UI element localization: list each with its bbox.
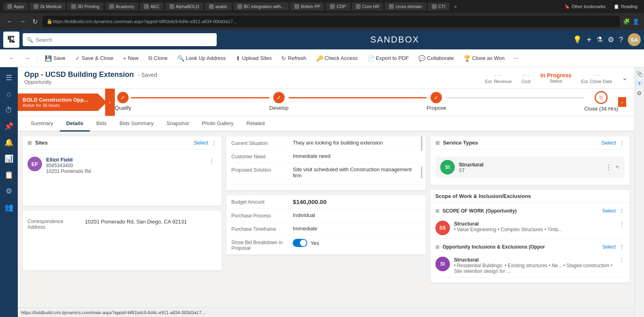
scope-section1-select[interactable]: Select (602, 208, 616, 214)
crm-logo[interactable]: 🏗 (3, 32, 19, 48)
contact-more-button[interactable]: ⋮ (207, 157, 217, 164)
check-access-button[interactable]: 🔑 Check Access (312, 53, 362, 63)
tab-bids-summary[interactable]: Bids Summary (113, 116, 160, 132)
tabs-more-button[interactable]: » (451, 2, 460, 11)
browser-tab-2k[interactable]: 2k Medical (30, 2, 65, 11)
sidebar-notifications-icon[interactable]: 🔔 (2, 135, 16, 150)
right-sidebar-icon-3[interactable]: ⚙ (637, 90, 642, 96)
browser-tab-3d[interactable]: 3D Printing (67, 2, 103, 11)
step-propose[interactable]: ✓ Propose (427, 92, 446, 111)
address-bar[interactable]: 🔒 https://boldbuild.crm.dynamics.com/mai… (42, 16, 620, 27)
refresh-button[interactable]: ↻ Refresh (277, 53, 310, 63)
show-bid-row: Show Bid Breakdown in Proposal Yes (226, 236, 425, 255)
scope-section1-more[interactable]: ⋮ (619, 208, 625, 214)
corehr-favicon (356, 4, 361, 9)
toggle-switch[interactable] (293, 239, 307, 247)
save-button[interactable]: 💾 Save (41, 53, 70, 63)
sidebar-users-icon[interactable]: 👥 (2, 200, 16, 215)
lightbulb-icon[interactable]: 💡 (573, 35, 582, 44)
upload-icon: ⬆ (236, 55, 241, 62)
forward-button[interactable]: → (18, 16, 27, 27)
record-type: Opportunity (24, 79, 485, 85)
step-qualify[interactable]: ✓ Qualify (115, 92, 131, 111)
tab-bids[interactable]: Bids (90, 116, 113, 132)
tab-details[interactable]: Details (60, 116, 90, 132)
expand-button[interactable]: ⌄ (622, 73, 628, 82)
scope-card-header: Scope of Work & Inclusion/Exclusions (431, 190, 629, 203)
sidebar-activities-icon[interactable]: 📋 (2, 168, 16, 182)
browser-tab-cdp[interactable]: CDP (326, 2, 350, 11)
step-develop[interactable]: ✓ Develop (269, 92, 289, 111)
more-commands-button[interactable]: ⋯ (510, 53, 522, 63)
bid-toggle[interactable]: Yes (293, 239, 319, 247)
profile-icon[interactable]: 👤 (632, 18, 639, 25)
sidebar-dashboards-icon[interactable]: 📊 (2, 151, 16, 166)
tab-summary[interactable]: Summary (24, 116, 60, 132)
service-item-more-button[interactable]: ⋮ (605, 164, 612, 171)
browser-tab-apps[interactable]: Apps (3, 2, 28, 11)
scope-item1-more[interactable]: ⋮ (619, 221, 625, 227)
step-close[interactable]: ⊙ Close (34 Hrs) (584, 92, 618, 112)
right-sidebar-icon-1[interactable]: 📎 (636, 70, 643, 77)
right-sidebar-icon-2[interactable]: 📧 (636, 80, 643, 87)
contact-address: 10201 Pomerado Rd (46, 168, 203, 174)
sidebar-home-icon[interactable]: ⌂ (2, 87, 16, 101)
tab-related[interactable]: Related (240, 116, 271, 132)
plus-icon[interactable]: + (587, 35, 591, 45)
help-icon[interactable]: ? (619, 36, 623, 44)
other-bookmarks[interactable]: 🔖 Other bookmarks (561, 2, 609, 11)
clone-button[interactable]: ⧉ Clone (144, 53, 172, 63)
column-1: ⊞ Sites Select ⋮ EF Elliot Field 8585343… (23, 136, 222, 283)
browser-tab-alphabold[interactable]: AlphaBOLD (165, 2, 203, 11)
record-tabs: Summary Details Bids Bids Summary Snapsh… (18, 116, 634, 132)
reading-list[interactable]: 📋 Reading (610, 2, 641, 11)
scope-name-1: Structural (454, 221, 615, 227)
lookup-icon: 🔍 (177, 55, 184, 62)
scope-section2-more[interactable]: ⋮ (619, 244, 625, 250)
tab-snapshot[interactable]: Snapshot (160, 116, 195, 132)
sidebar-menu-icon[interactable]: ☰ (2, 70, 16, 85)
alert-next-button[interactable]: › (618, 97, 626, 107)
browser-tab-academy[interactable]: Academy (105, 2, 138, 11)
refresh-browser-button[interactable]: ↻ (31, 16, 39, 27)
search-input[interactable] (36, 37, 213, 43)
service-types-more-button[interactable]: ⋮ (619, 140, 625, 146)
back-button[interactable]: ← (5, 16, 15, 27)
save-close-button[interactable]: ✓ Save & Close (71, 53, 118, 63)
close-as-won-button[interactable]: 🏆 Close as Won (460, 53, 509, 63)
export-pdf-button[interactable]: 📄 Export to PDF (363, 53, 413, 63)
browser-tab-arabic[interactable]: arabic (205, 2, 232, 11)
filter-icon[interactable]: ⚗ (596, 35, 603, 44)
sidebar-recent-icon[interactable]: ⏱ (2, 103, 16, 117)
browser-tab-bc[interactable]: BC integration with... (233, 2, 289, 11)
scope-section2-select[interactable]: Select (602, 244, 616, 250)
tab-label-corehr: Core HR (362, 4, 380, 9)
connector-2 (289, 97, 427, 98)
extensions-icon[interactable]: 🧩 (623, 18, 630, 25)
browser-tab-british[interactable]: British PP (290, 2, 324, 11)
service-types-select-button[interactable]: Select (602, 140, 616, 146)
user-avatar[interactable]: SA (628, 33, 641, 46)
alert-title: BOLD Construction Opp... (23, 97, 101, 103)
new-button[interactable]: + New (119, 53, 142, 63)
upload-sites-button[interactable]: ⬆ Upload Sites (232, 53, 276, 63)
forward-nav-button[interactable]: → (20, 53, 34, 63)
browser-tab-crossdomain[interactable]: cross domain (385, 2, 426, 11)
back-nav-button[interactable]: ← (5, 53, 19, 63)
scope-item2-more[interactable]: ⋮ (619, 257, 625, 263)
browser-tab-cti[interactable]: CTI (428, 2, 450, 11)
lookup-address-button[interactable]: 🔍 Look Up Address (173, 53, 230, 63)
sidebar-pinned-icon[interactable]: 📌 (2, 119, 16, 134)
sidebar-settings-icon[interactable]: ⚙ (2, 184, 16, 198)
collaborate-button[interactable]: 💬 Collaborate (414, 53, 458, 63)
tab-photo-gallery[interactable]: Photo Gallery (195, 116, 240, 132)
upload-label: Upload Sites (242, 55, 272, 61)
scroll-indicator-2 (421, 166, 422, 179)
browser-tab-aec[interactable]: AEC (140, 2, 164, 11)
contact-name[interactable]: Elliot Field (46, 157, 203, 163)
sites-more-button[interactable]: ⋮ (211, 140, 217, 146)
settings-icon[interactable]: ⚙ (608, 35, 614, 44)
browser-tab-corehr[interactable]: Core HR (352, 2, 384, 11)
sites-select-button[interactable]: Select (194, 140, 208, 146)
search-box[interactable]: 🔍 (23, 33, 217, 46)
